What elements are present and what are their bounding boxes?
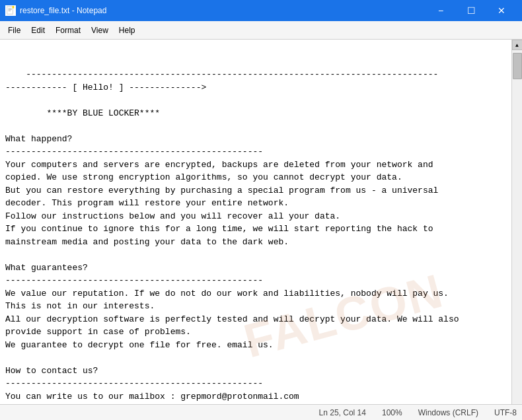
editor-text: ----------------------------------------…: [5, 69, 459, 404]
title-bar: restore_file.txt - Notepad − ☐ ✕: [0, 0, 522, 21]
svg-rect-4: [13, 6, 15, 9]
window-title: restore_file.txt - Notepad: [20, 6, 106, 15]
maximize-button[interactable]: ☐: [456, 0, 486, 21]
svg-rect-1: [9, 9, 12, 9]
svg-rect-3: [9, 11, 11, 11]
status-encoding: UTF-8: [494, 408, 517, 417]
status-bar: Ln 25, Col 14 100% Windows (CRLF) UTF-8: [0, 404, 522, 420]
status-line-ending: Windows (CRLF): [418, 408, 478, 417]
menu-edit[interactable]: Edit: [26, 23, 50, 38]
menu-view[interactable]: View: [86, 23, 114, 38]
text-editor[interactable]: FALCON ---------------------------------…: [0, 40, 511, 404]
editor-container: FALCON ---------------------------------…: [0, 40, 522, 404]
close-button[interactable]: ✕: [486, 0, 517, 21]
menu-bar: File Edit Format View Help: [0, 21, 522, 40]
title-controls: − ☐ ✕: [426, 0, 517, 21]
menu-format[interactable]: Format: [50, 23, 86, 38]
svg-rect-0: [7, 7, 13, 14]
scroll-thumb[interactable]: [513, 53, 522, 79]
menu-help[interactable]: Help: [114, 23, 141, 38]
minimize-button[interactable]: −: [426, 0, 456, 21]
notepad-icon: [5, 5, 16, 16]
vertical-scrollbar[interactable]: ▲: [511, 40, 522, 404]
status-zoom: 100%: [382, 408, 402, 417]
scroll-up-button[interactable]: ▲: [512, 40, 523, 50]
title-bar-left: restore_file.txt - Notepad: [5, 5, 106, 16]
status-line-col: Ln 25, Col 14: [319, 408, 366, 417]
svg-rect-2: [9, 9, 12, 10]
menu-file[interactable]: File: [3, 23, 26, 38]
